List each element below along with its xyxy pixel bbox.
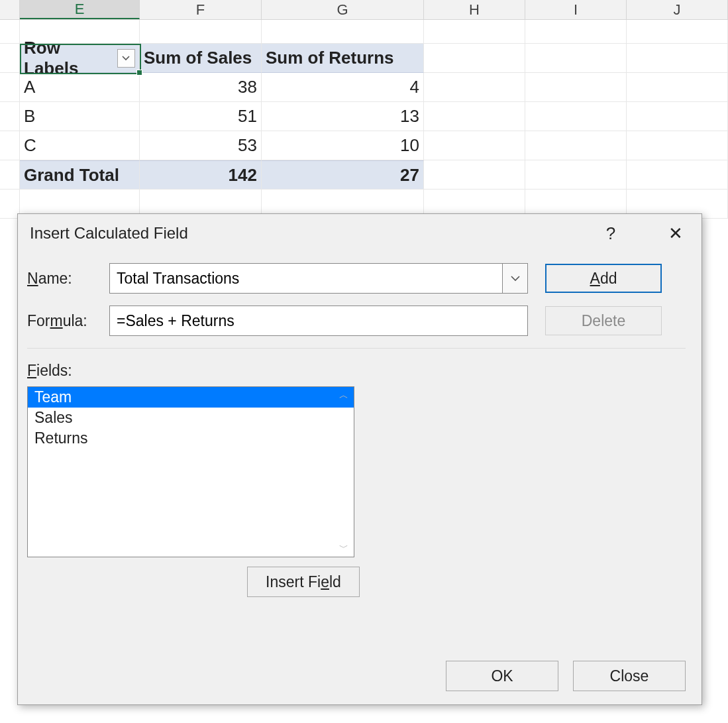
- column-header-e[interactable]: E: [20, 0, 140, 19]
- cell[interactable]: [525, 102, 627, 131]
- cell[interactable]: [627, 20, 728, 44]
- delete-button: Delete: [545, 306, 662, 335]
- fields-label: Fields:: [27, 362, 686, 380]
- chevron-down-icon: [122, 56, 130, 61]
- pivot-value[interactable]: 38: [140, 73, 262, 102]
- chevron-down-icon: [511, 276, 520, 282]
- cell[interactable]: [627, 160, 728, 190]
- pivot-row-label[interactable]: C: [20, 131, 140, 160]
- dialog-titlebar: Insert Calculated Field ? ✕: [18, 214, 702, 252]
- cell[interactable]: [424, 102, 525, 131]
- cell[interactable]: [424, 160, 525, 190]
- close-button[interactable]: Close: [573, 661, 686, 691]
- cell[interactable]: [627, 73, 728, 102]
- cell[interactable]: [627, 44, 728, 73]
- column-headers: E F G H I J: [0, 0, 728, 20]
- cell[interactable]: [525, 20, 627, 44]
- column-header-h[interactable]: H: [424, 0, 525, 19]
- pivot-row-label[interactable]: B: [20, 102, 140, 131]
- column-header-f[interactable]: F: [140, 0, 262, 19]
- spreadsheet: E F G H I J Row Labels Sum of Sales Sum …: [0, 0, 728, 219]
- fields-listbox[interactable]: Team Sales Returns ︿ ﹀: [27, 386, 354, 557]
- add-button[interactable]: Add: [545, 264, 662, 293]
- pivot-value[interactable]: 4: [262, 73, 424, 102]
- formula-label: Formula:: [27, 312, 109, 330]
- cell[interactable]: [525, 160, 627, 190]
- filter-dropdown-button[interactable]: [117, 49, 135, 68]
- field-item[interactable]: Returns: [28, 428, 354, 449]
- cell[interactable]: [525, 44, 627, 73]
- column-header-j[interactable]: J: [627, 0, 728, 19]
- cell[interactable]: [627, 131, 728, 160]
- pivot-col-header[interactable]: Sum of Sales: [140, 44, 262, 73]
- pivot-grand-total-value[interactable]: 142: [140, 160, 262, 190]
- insert-calculated-field-dialog: Insert Calculated Field ? ✕ Name: Add Fo…: [17, 213, 702, 705]
- pivot-value[interactable]: 13: [262, 102, 424, 131]
- pivot-col-header[interactable]: Sum of Returns: [262, 44, 424, 73]
- column-header-g[interactable]: G: [262, 0, 424, 19]
- cell[interactable]: [262, 20, 424, 44]
- insert-field-button[interactable]: Insert Field: [247, 567, 360, 597]
- formula-input[interactable]: [109, 306, 528, 336]
- name-label: Name:: [27, 270, 109, 288]
- field-item[interactable]: Sales: [28, 408, 354, 428]
- cell[interactable]: [525, 73, 627, 102]
- divider: [27, 348, 686, 349]
- pivot-value[interactable]: 51: [140, 102, 262, 131]
- scroll-down-icon: ﹀: [338, 542, 350, 554]
- pivot-grand-total-value[interactable]: 27: [262, 160, 424, 190]
- cell[interactable]: [424, 131, 525, 160]
- pivot-row-label[interactable]: A: [20, 73, 140, 102]
- cell[interactable]: [140, 20, 262, 44]
- pivot-value[interactable]: 53: [140, 131, 262, 160]
- cell[interactable]: [627, 102, 728, 131]
- help-button[interactable]: ?: [597, 219, 625, 247]
- dialog-title: Insert Calculated Field: [30, 224, 188, 243]
- cell[interactable]: [424, 73, 525, 102]
- ok-button[interactable]: OK: [446, 661, 558, 691]
- column-header-i[interactable]: I: [525, 0, 627, 19]
- pivot-value[interactable]: 10: [262, 131, 424, 160]
- name-input[interactable]: [109, 263, 503, 294]
- cell[interactable]: [525, 131, 627, 160]
- close-icon[interactable]: ✕: [662, 219, 690, 247]
- cell[interactable]: [424, 20, 525, 44]
- cell[interactable]: [424, 44, 525, 73]
- pivot-row-labels-header[interactable]: Row Labels: [20, 44, 140, 73]
- field-item[interactable]: Team: [28, 387, 354, 408]
- name-dropdown-button[interactable]: [503, 263, 528, 294]
- pivot-grand-total-label[interactable]: Grand Total: [20, 160, 140, 190]
